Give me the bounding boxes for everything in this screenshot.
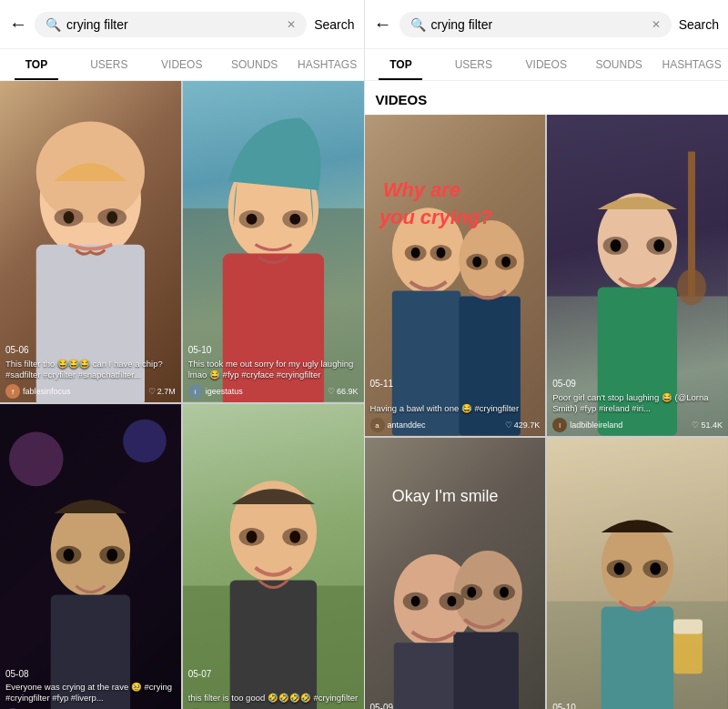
left-video-2[interactable]: 05-10 This took me out sorry for my ugly…	[183, 81, 364, 402]
left-content: 05-06 This filter tho 😂😂😂 can I have a c…	[0, 81, 364, 709]
right-video-2[interactable]: 05-09 Poor girl can't stop laughing 😂 (@…	[547, 115, 728, 436]
right-video-4[interactable]: 05-10 😆😆😆😆 #fyp #cryingfilter #viral #dr…	[547, 438, 728, 709]
svg-point-63	[447, 596, 456, 607]
left-video-3[interactable]: 05-08 Everyone was crying at the rave 🥹 …	[0, 404, 181, 709]
right-tab-sounds[interactable]: SOUNDS	[582, 49, 655, 80]
right-video-3[interactable]: Okay I'm smile 05-09 This filter sent me…	[365, 438, 546, 709]
svg-point-13	[289, 214, 300, 225]
right-video-1-author-name: antanddec	[388, 420, 426, 430]
right-tabs: TOP USERS VIDEOS SOUNDS HASHTAGS	[365, 49, 729, 81]
left-search-bar[interactable]: 🔍 ✕	[35, 12, 307, 37]
right-content: VIDEOS	[365, 81, 729, 709]
left-clear-button[interactable]: ✕	[287, 18, 296, 31]
left-video-2-footer: i igeestatus ♡ 66.9K	[188, 384, 359, 399]
left-video-1-desc: This filter tho 😂😂😂 can I have a chip? #…	[5, 359, 176, 381]
right-section-title: VIDEOS	[365, 81, 729, 115]
svg-point-6	[106, 211, 117, 224]
left-video-4[interactable]: 05-07 this filter is too good 🤣🤣🤣🤣 #cryi…	[183, 404, 364, 709]
right-back-button[interactable]: ←	[374, 14, 392, 35]
left-search-button[interactable]: Search	[314, 17, 354, 32]
right-video-grid: Why are you crying? 05-11 Having a bawl …	[365, 115, 729, 709]
svg-rect-25	[229, 581, 316, 709]
svg-text:you crying?: you crying?	[378, 206, 491, 228]
right-video-1-likes-count: 429.7K	[514, 420, 541, 430]
right-tab-videos[interactable]: VIDEOS	[510, 49, 582, 80]
left-video-2-desc: This took me out sorry for my ugly laugh…	[188, 359, 359, 381]
left-tabs: TOP USERS VIDEOS SOUNDS HASHTAGS	[0, 49, 364, 81]
right-video-2-footer: l ladbibleireland ♡ 51.4K	[552, 418, 723, 432]
right-video-1-date: 05-11	[370, 379, 394, 389]
left-video-2-author: i igeestatus	[188, 384, 243, 399]
svg-point-51	[611, 239, 622, 252]
svg-point-29	[289, 531, 300, 543]
right-video-4-date: 05-10	[552, 703, 576, 709]
right-clear-button[interactable]: ✕	[652, 18, 661, 31]
right-video-1-footer: a antanddec ♡ 429.7K	[370, 418, 541, 432]
left-tab-hashtags[interactable]: HASHTAGS	[291, 49, 364, 80]
right-video-1[interactable]: Why are you crying? 05-11 Having a bawl …	[365, 115, 546, 436]
left-video-grid: 05-06 This filter tho 😂😂😂 can I have a c…	[0, 81, 364, 709]
right-video-2-avatar: l	[552, 418, 567, 432]
svg-point-22	[106, 549, 117, 562]
svg-rect-34	[459, 297, 521, 436]
right-video-1-heart-icon: ♡	[505, 420, 512, 430]
right-tab-top[interactable]: TOP	[365, 49, 438, 80]
svg-point-12	[246, 214, 257, 225]
right-video-2-likes: ♡ 51.4K	[692, 420, 723, 430]
left-search-input[interactable]	[66, 17, 281, 32]
left-video-4-date: 05-07	[188, 669, 212, 679]
left-tab-top[interactable]: TOP	[0, 49, 73, 80]
left-tab-videos[interactable]: VIDEOS	[146, 49, 218, 80]
right-video-2-author-name: ladbibleireland	[570, 420, 622, 430]
svg-rect-57	[453, 633, 519, 709]
left-video-1[interactable]: 05-06 This filter tho 😂😂😂 can I have a c…	[0, 81, 181, 402]
left-video-1-heart-icon: ♡	[148, 387, 156, 396]
svg-text:Okay I'm smile: Okay I'm smile	[391, 488, 498, 506]
left-video-3-desc: Everyone was crying at the rave 🥹 #cryin…	[5, 682, 176, 704]
svg-point-65	[500, 587, 509, 598]
left-video-1-author: f fablesinfocus	[5, 384, 71, 399]
right-search-bar[interactable]: 🔍 ✕	[399, 12, 672, 37]
svg-point-28	[246, 531, 257, 543]
right-video-1-author: a antanddec	[370, 418, 426, 432]
left-video-1-likes: ♡ 2.7M	[148, 387, 176, 396]
svg-rect-70	[602, 607, 674, 709]
right-video-2-heart-icon: ♡	[692, 420, 699, 430]
right-tab-users[interactable]: USERS	[437, 49, 510, 80]
left-search-icon: 🔍	[46, 17, 61, 32]
right-video-2-likes-count: 51.4K	[701, 420, 723, 430]
left-video-3-date: 05-08	[5, 669, 29, 679]
svg-point-64	[467, 587, 476, 598]
left-tab-users[interactable]: USERS	[73, 49, 146, 80]
right-video-3-date: 05-09	[370, 703, 394, 709]
left-back-button[interactable]: ←	[9, 14, 27, 35]
left-video-2-date: 05-10	[188, 345, 212, 355]
right-search-icon: 🔍	[410, 17, 426, 32]
svg-point-62	[410, 596, 420, 607]
left-video-2-likes: ♡ 66.9K	[328, 387, 359, 396]
left-panel: ← 🔍 ✕ Search TOP USERS VIDEOS SOUNDS HAS…	[0, 0, 365, 709]
left-video-1-date: 05-06	[5, 345, 29, 355]
right-video-2-date: 05-09	[552, 379, 576, 389]
right-video-1-desc: Having a bawl with one 😂 #cryingfilter	[370, 403, 541, 414]
right-video-2-desc: Poor girl can't stop laughing 😂 (@Lorna …	[552, 392, 723, 415]
left-tab-sounds[interactable]: SOUNDS	[218, 49, 291, 80]
left-video-2-author-name: igeestatus	[206, 387, 243, 396]
left-video-2-heart-icon: ♡	[328, 387, 335, 396]
right-search-button[interactable]: Search	[679, 17, 719, 32]
svg-point-73	[614, 562, 625, 575]
svg-rect-76	[673, 620, 703, 634]
right-search-input[interactable]	[431, 17, 646, 32]
svg-point-21	[64, 549, 75, 562]
right-header: ← 🔍 ✕ Search	[365, 0, 729, 49]
svg-point-5	[64, 211, 75, 224]
right-video-2-author: l ladbibleireland	[552, 418, 622, 432]
left-video-1-avatar: f	[5, 384, 20, 399]
svg-point-52	[654, 239, 665, 252]
right-video-1-likes: ♡ 429.7K	[505, 420, 541, 430]
svg-point-16	[123, 420, 167, 463]
left-video-2-likes-count: 66.9K	[337, 387, 359, 396]
svg-point-41	[472, 257, 481, 268]
svg-point-40	[436, 248, 445, 258]
right-tab-hashtags[interactable]: HASHTAGS	[655, 49, 728, 80]
